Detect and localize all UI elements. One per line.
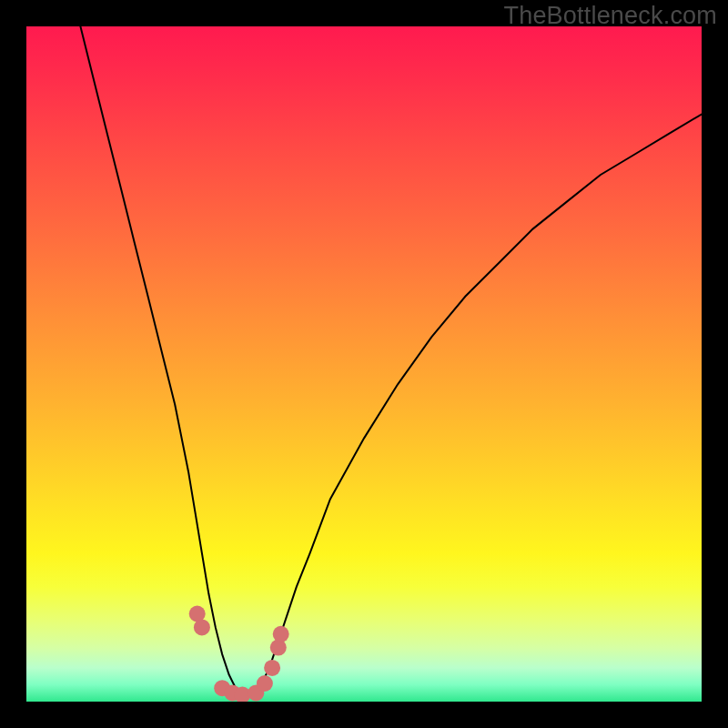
chart-frame: TheBottleneck.com: [0, 0, 728, 728]
curve-layer: [26, 26, 702, 702]
bottleneck-curve: [80, 26, 702, 695]
highlight-marker: [257, 675, 273, 692]
highlight-marker: [214, 680, 230, 696]
highlight-marker: [194, 619, 210, 635]
highlight-marker: [234, 687, 250, 702]
highlight-marker: [264, 660, 280, 676]
highlight-marker: [224, 684, 240, 701]
marker-group: [189, 606, 289, 703]
highlight-marker: [270, 640, 287, 656]
highlight-marker: [189, 606, 206, 622]
plot-area: [26, 26, 702, 702]
highlight-marker: [273, 626, 289, 642]
highlight-marker: [248, 684, 264, 701]
